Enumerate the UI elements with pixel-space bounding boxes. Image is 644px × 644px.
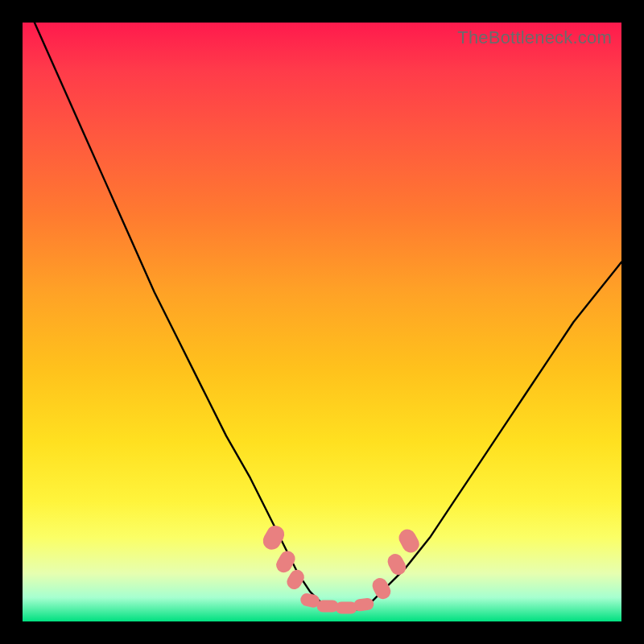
chart-frame: TheBottleneck.com	[0, 0, 644, 644]
bottleneck-curve	[23, 23, 621, 621]
plot-area: TheBottleneck.com	[23, 23, 621, 621]
